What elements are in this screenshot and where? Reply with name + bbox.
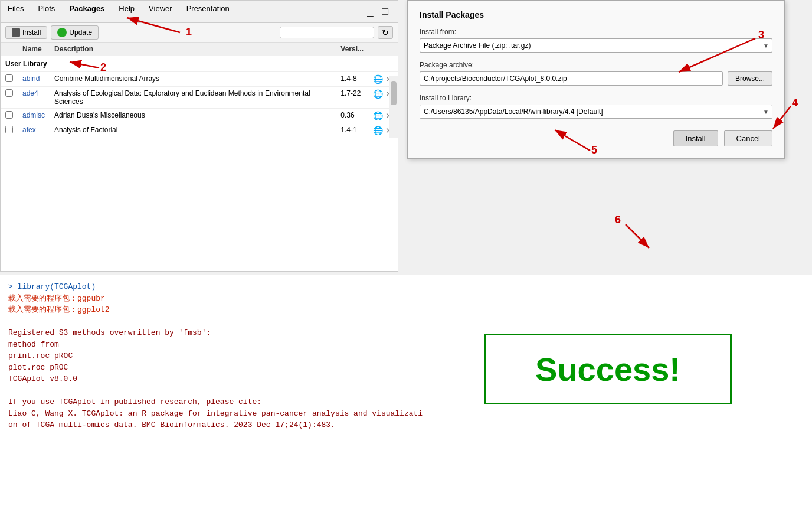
col-checkbox	[1, 43, 18, 56]
table-row: abind Combine Multidimensional Arrays 1.…	[1, 72, 398, 87]
row-name-cell: admisc	[18, 109, 50, 123]
row-desc-cell: Combine Multidimensional Arrays	[50, 72, 336, 87]
console-text-print-roc: print.roc pROC	[8, 351, 73, 360]
console-line-blank	[8, 316, 804, 328]
globe-icon[interactable]: 🌐	[373, 74, 383, 84]
menu-help[interactable]: Help	[116, 3, 137, 20]
dialog-title: Install Packages	[420, 10, 772, 19]
row-ver-cell: 1.4-1	[336, 123, 368, 138]
console-text-ref2: on of TCGA multi-omics data. BMC Bioinfo…	[8, 420, 335, 429]
dialog-install-button[interactable]: Install	[673, 130, 718, 146]
success-box: Success!	[484, 334, 732, 404]
console-text-cite: If you use TCGAplot in published researc…	[8, 397, 261, 406]
install-icon	[12, 28, 20, 37]
console-line-1: > library(TCGAplot)	[8, 281, 804, 293]
console-text-version: TCGAplot v8.0.0	[8, 374, 77, 383]
install-to-select[interactable]: C:/Users/86135/AppData/Local/R/win-libra…	[420, 105, 772, 119]
row-name-cell: ade4	[18, 87, 50, 109]
row-checkbox[interactable]	[5, 111, 13, 119]
row-checkbox[interactable]	[5, 74, 13, 82]
archive-row: Browse...	[420, 71, 772, 86]
search-input[interactable]	[280, 27, 374, 38]
globe-icon[interactable]: 🌐	[373, 111, 383, 120]
install-button[interactable]: Install	[5, 26, 47, 39]
scrollbar-thumb[interactable]	[391, 81, 397, 105]
install-from-wrap: Package Archive File (.zip; .tar.gz) ▼	[420, 38, 772, 53]
dialog-cancel-button[interactable]: Cancel	[724, 130, 772, 146]
globe-icon[interactable]: 🌐	[373, 89, 383, 99]
install-label: Install	[22, 28, 41, 37]
svg-text:6: 6	[615, 214, 621, 226]
console-text-plot-roc: plot.roc pROC	[8, 363, 68, 372]
library-select-wrap: C:/Users/86135/AppData/Local/R/win-libra…	[420, 105, 772, 119]
install-packages-dialog: Install Packages Install from: Package A…	[407, 0, 785, 159]
console-text-ggpubr: 载入需要的程序包：ggpubr	[8, 294, 105, 303]
browse-button[interactable]: Browse...	[728, 71, 772, 86]
row-checkbox[interactable]	[5, 126, 13, 133]
row-ver-cell: 1.7-22	[336, 87, 368, 109]
menu-packages[interactable]: Packages	[67, 3, 107, 20]
row-checkbox-cell[interactable]	[1, 72, 18, 87]
update-label: Update	[69, 28, 92, 37]
table-row: admisc Adrian Dusa's Miscellaneous 0.36 …	[1, 109, 398, 123]
menu-files[interactable]: Files	[5, 3, 26, 20]
row-desc-cell: Analysis of Ecological Data: Exploratory…	[50, 87, 336, 109]
row-checkbox-cell[interactable]	[1, 109, 18, 123]
update-button[interactable]: Update	[51, 25, 99, 40]
row-ver-cell: 1.4-8	[336, 72, 368, 87]
console-line-3: 载入需要的程序包：ggplot2	[8, 304, 804, 316]
console-text-method: method from	[8, 340, 59, 349]
package-toolbar: Install Update ↻	[1, 23, 398, 43]
success-text: Success!	[535, 350, 680, 389]
col-name: Name	[18, 43, 50, 56]
row-checkbox-cell[interactable]	[1, 123, 18, 138]
table-row: ade4 Analysis of Ecological Data: Explor…	[1, 87, 398, 109]
scrollbar[interactable]	[389, 76, 398, 138]
row-desc-cell: Analysis of Factorial	[50, 123, 336, 138]
package-archive-input[interactable]	[420, 71, 723, 86]
console-text-registered: Registered S3 methods overwritten by 'fm…	[8, 328, 211, 337]
console-text-ref1: Liao C, Wang X. TCGAplot: an R package f…	[8, 409, 423, 418]
pkg-link-admisc[interactable]: admisc	[22, 111, 45, 119]
packages-table: Name Description Versi... User Library a…	[1, 43, 398, 138]
row-name-cell: abind	[18, 72, 50, 87]
console-line-ref1: Liao C, Wang X. TCGAplot: an R package f…	[8, 408, 804, 420]
maximize-icon[interactable]: □	[379, 4, 391, 19]
install-from-select[interactable]: Package Archive File (.zip; .tar.gz)	[420, 38, 772, 53]
svg-line-11	[626, 224, 649, 248]
menu-plots[interactable]: Plots	[35, 3, 57, 20]
col-description: Description	[50, 43, 336, 56]
table-row: afex Analysis of Factorial 1.4-1 🌐 ✕	[1, 123, 398, 138]
menu-presentation[interactable]: Presentation	[184, 3, 232, 20]
row-ver-cell: 0.36	[336, 109, 368, 123]
update-icon	[57, 28, 67, 37]
pkg-link-ade4[interactable]: ade4	[22, 89, 38, 97]
pkg-link-abind[interactable]: abind	[22, 74, 40, 83]
refresh-button[interactable]: ↻	[378, 26, 393, 39]
install-from-label: Install from:	[420, 28, 772, 36]
menu-viewer[interactable]: Viewer	[146, 3, 175, 20]
packages-pane: Files Plots Packages Help Viewer Present…	[0, 0, 398, 272]
row-checkbox[interactable]	[5, 89, 13, 97]
console-line-2: 载入需要的程序包：ggpubr	[8, 293, 804, 305]
globe-icon[interactable]: 🌐	[373, 126, 383, 135]
console-line-ref2: on of TCGA multi-omics data. BMC Bioinfo…	[8, 419, 804, 431]
section-user-library: User Library	[1, 56, 398, 72]
section-label: User Library	[1, 56, 398, 72]
minimize-icon[interactable]: ⎯	[365, 4, 376, 19]
package-archive-label: Package archive:	[420, 61, 772, 69]
col-actions	[368, 43, 398, 56]
col-version: Versi...	[336, 43, 368, 56]
menu-bar: Files Plots Packages Help Viewer Present…	[1, 1, 398, 23]
console-text-library: > library(TCGAplot)	[8, 282, 96, 291]
console-text-ggplot2: 载入需要的程序包：ggplot2	[8, 305, 110, 314]
dialog-buttons: Install Cancel	[420, 130, 772, 146]
install-to-label: Install to Library:	[420, 94, 772, 102]
pkg-link-afex[interactable]: afex	[22, 126, 36, 134]
row-desc-cell: Adrian Dusa's Miscellaneous	[50, 109, 336, 123]
row-name-cell: afex	[18, 123, 50, 138]
svg-text:4: 4	[792, 97, 798, 109]
row-checkbox-cell[interactable]	[1, 87, 18, 109]
